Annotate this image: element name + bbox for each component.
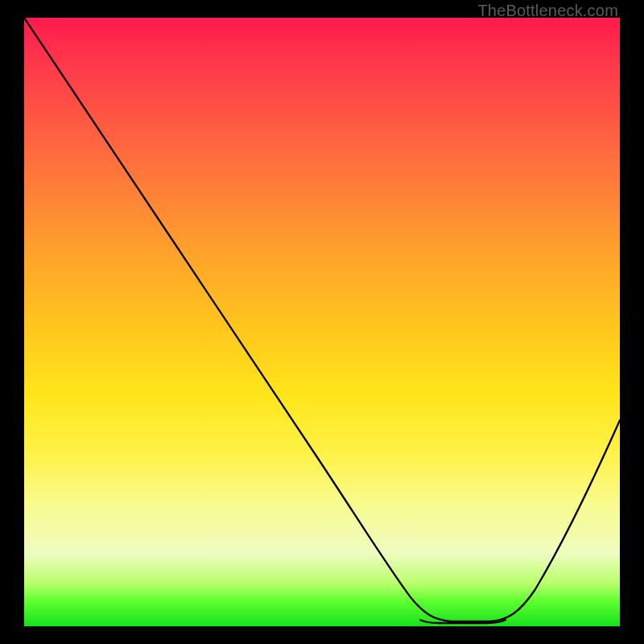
chart-frame: TheBottleneck.com bbox=[0, 0, 644, 644]
curve-path bbox=[24, 18, 620, 621]
plot-area bbox=[24, 18, 620, 626]
bottleneck-curve bbox=[24, 18, 620, 626]
